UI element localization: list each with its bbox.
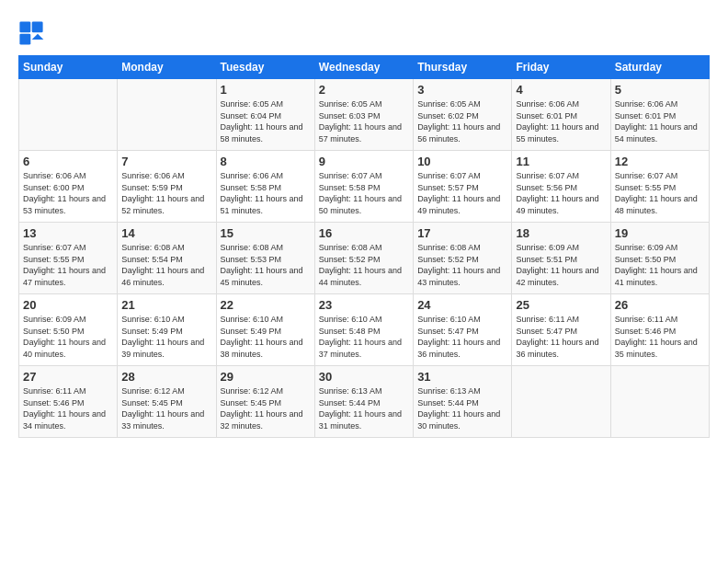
calendar-body: 1Sunrise: 6:05 AMSunset: 6:04 PMDaylight… [19,79,710,438]
day-cell: 15Sunrise: 6:08 AMSunset: 5:53 PMDayligh… [216,223,314,294]
day-cell: 14Sunrise: 6:08 AMSunset: 5:54 PMDayligh… [118,223,216,294]
day-number: 14 [121,226,211,240]
day-cell: 24Sunrise: 6:10 AMSunset: 5:47 PMDayligh… [414,294,512,366]
week-row-5: 27Sunrise: 6:11 AMSunset: 5:46 PMDayligh… [19,366,710,438]
header-day-sunday: Sunday [19,56,118,79]
day-info: Sunrise: 6:11 AMSunset: 5:47 PMDaylight:… [516,314,606,360]
day-cell: 17Sunrise: 6:08 AMSunset: 5:52 PMDayligh… [414,223,512,294]
day-cell: 16Sunrise: 6:08 AMSunset: 5:52 PMDayligh… [314,223,413,294]
day-info: Sunrise: 6:11 AMSunset: 5:46 PMDaylight:… [615,314,705,360]
day-info: Sunrise: 6:10 AMSunset: 5:49 PMDaylight:… [121,314,211,360]
day-cell [512,366,610,438]
day-info: Sunrise: 6:06 AMSunset: 6:01 PMDaylight:… [615,98,705,144]
svg-rect-0 [19,21,30,32]
day-number: 22 [221,298,311,312]
day-info: Sunrise: 6:12 AMSunset: 5:45 PMDaylight:… [221,385,311,431]
day-info: Sunrise: 6:12 AMSunset: 5:45 PMDaylight:… [121,385,211,431]
day-number: 6 [23,155,113,168]
day-number: 18 [516,226,606,240]
day-number: 21 [121,298,211,312]
day-cell [19,79,118,151]
day-cell: 2Sunrise: 6:05 AMSunset: 6:03 PMDaylight… [314,79,413,151]
day-number: 15 [221,226,311,240]
day-cell: 11Sunrise: 6:07 AMSunset: 5:56 PMDayligh… [512,151,610,223]
header [18,15,710,46]
day-number: 13 [23,226,113,240]
day-cell [118,79,216,151]
day-info: Sunrise: 6:07 AMSunset: 5:57 PMDaylight:… [417,170,507,216]
day-number: 25 [516,298,606,312]
header-day-friday: Friday [512,56,610,79]
day-number: 9 [319,155,409,168]
header-day-saturday: Saturday [610,56,709,79]
day-cell: 1Sunrise: 6:05 AMSunset: 6:04 PMDaylight… [216,79,314,151]
day-cell: 13Sunrise: 6:07 AMSunset: 5:55 PMDayligh… [19,223,118,294]
header-day-thursday: Thursday [414,56,512,79]
day-cell: 9Sunrise: 6:07 AMSunset: 5:58 PMDaylight… [314,151,413,223]
day-info: Sunrise: 6:06 AMSunset: 6:01 PMDaylight:… [516,98,606,144]
day-number: 16 [319,226,409,240]
calendar-table: SundayMondayTuesdayWednesdayThursdayFrid… [18,55,710,438]
day-number: 19 [615,226,705,240]
day-info: Sunrise: 6:09 AMSunset: 5:51 PMDaylight:… [516,242,606,288]
day-cell: 21Sunrise: 6:10 AMSunset: 5:49 PMDayligh… [118,294,216,366]
day-number: 27 [23,370,113,384]
day-cell [610,366,709,438]
day-cell: 3Sunrise: 6:05 AMSunset: 6:02 PMDaylight… [414,79,512,151]
day-cell: 10Sunrise: 6:07 AMSunset: 5:57 PMDayligh… [414,151,512,223]
week-row-4: 20Sunrise: 6:09 AMSunset: 5:50 PMDayligh… [19,294,710,366]
day-info: Sunrise: 6:05 AMSunset: 6:04 PMDaylight:… [221,98,311,144]
day-cell: 26Sunrise: 6:11 AMSunset: 5:46 PMDayligh… [610,294,709,366]
day-number: 11 [516,155,606,168]
day-cell: 23Sunrise: 6:10 AMSunset: 5:48 PMDayligh… [314,294,413,366]
day-info: Sunrise: 6:10 AMSunset: 5:47 PMDaylight:… [417,314,507,360]
week-row-1: 1Sunrise: 6:05 AMSunset: 6:04 PMDaylight… [19,79,710,151]
page: SundayMondayTuesdayWednesdayThursdayFrid… [0,0,728,563]
day-number: 4 [516,83,606,97]
day-info: Sunrise: 6:13 AMSunset: 5:44 PMDaylight:… [319,385,409,431]
day-cell: 5Sunrise: 6:06 AMSunset: 6:01 PMDaylight… [610,79,709,151]
day-number: 24 [417,298,507,312]
day-info: Sunrise: 6:10 AMSunset: 5:49 PMDaylight:… [221,314,311,360]
day-info: Sunrise: 6:09 AMSunset: 5:50 PMDaylight:… [23,314,113,360]
day-number: 8 [221,155,311,168]
header-day-monday: Monday [118,56,216,79]
day-cell: 28Sunrise: 6:12 AMSunset: 5:45 PMDayligh… [118,366,216,438]
day-number: 2 [319,83,409,97]
header-row: SundayMondayTuesdayWednesdayThursdayFrid… [19,56,710,79]
day-info: Sunrise: 6:07 AMSunset: 5:58 PMDaylight:… [319,170,409,216]
day-cell: 6Sunrise: 6:06 AMSunset: 6:00 PMDaylight… [19,151,118,223]
day-number: 23 [319,298,409,312]
day-info: Sunrise: 6:07 AMSunset: 5:56 PMDaylight:… [516,170,606,216]
day-info: Sunrise: 6:13 AMSunset: 5:44 PMDaylight:… [417,385,507,431]
day-info: Sunrise: 6:07 AMSunset: 5:55 PMDaylight:… [615,170,705,216]
logo-icon [18,20,44,46]
day-info: Sunrise: 6:07 AMSunset: 5:55 PMDaylight:… [23,242,113,288]
day-info: Sunrise: 6:08 AMSunset: 5:52 PMDaylight:… [319,242,409,288]
day-number: 26 [615,298,705,312]
svg-rect-2 [19,34,30,45]
day-cell: 29Sunrise: 6:12 AMSunset: 5:45 PMDayligh… [216,366,314,438]
day-number: 7 [121,155,211,168]
svg-rect-1 [32,21,43,32]
day-cell: 18Sunrise: 6:09 AMSunset: 5:51 PMDayligh… [512,223,610,294]
svg-marker-3 [32,34,44,40]
logo [18,20,48,46]
day-number: 5 [615,83,705,97]
header-day-tuesday: Tuesday [216,56,314,79]
day-number: 3 [417,83,507,97]
day-cell: 7Sunrise: 6:06 AMSunset: 5:59 PMDaylight… [118,151,216,223]
day-info: Sunrise: 6:10 AMSunset: 5:48 PMDaylight:… [319,314,409,360]
day-number: 10 [417,155,507,168]
day-number: 1 [221,83,311,97]
day-cell: 22Sunrise: 6:10 AMSunset: 5:49 PMDayligh… [216,294,314,366]
day-info: Sunrise: 6:06 AMSunset: 5:58 PMDaylight:… [221,170,311,216]
day-info: Sunrise: 6:05 AMSunset: 6:02 PMDaylight:… [417,98,507,144]
day-number: 30 [319,370,409,384]
day-number: 17 [417,226,507,240]
day-cell: 20Sunrise: 6:09 AMSunset: 5:50 PMDayligh… [19,294,118,366]
day-info: Sunrise: 6:06 AMSunset: 6:00 PMDaylight:… [23,170,113,216]
day-cell: 19Sunrise: 6:09 AMSunset: 5:50 PMDayligh… [610,223,709,294]
week-row-2: 6Sunrise: 6:06 AMSunset: 6:00 PMDaylight… [19,151,710,223]
calendar-header: SundayMondayTuesdayWednesdayThursdayFrid… [19,56,710,79]
